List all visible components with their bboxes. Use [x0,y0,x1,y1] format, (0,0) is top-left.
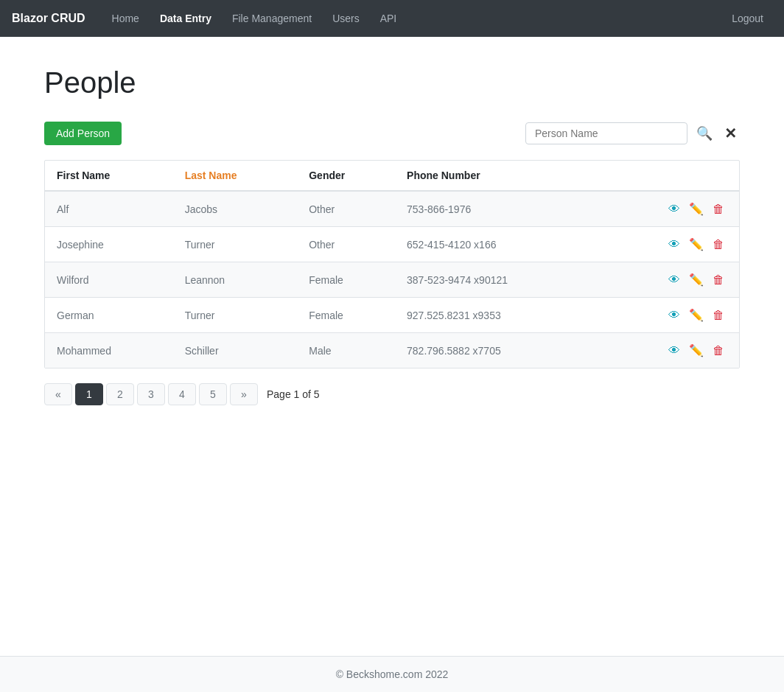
table-row: German Turner Female 927.525.8231 x9353 … [45,298,739,333]
main-content: People Add Person 🔍 ✕ First Name Last Na… [0,37,784,656]
pagination-next[interactable]: » [230,383,258,405]
table-body: Alf Jacobs Other 753-866-1976 👁 ✏️ 🗑 Jos… [45,191,739,368]
cell-last-name: Turner [173,227,298,262]
trash-icon: 🗑 [713,203,724,215]
pencil-icon: ✏️ [689,238,704,251]
table-row: Alf Jacobs Other 753-866-1976 👁 ✏️ 🗑 [45,191,739,227]
people-table-container: First Name Last Name Gender Phone Number… [44,160,740,368]
pagination-prev[interactable]: « [44,383,72,405]
col-phone: Phone Number [395,161,599,191]
nav-data-entry[interactable]: Data Entry [151,7,220,30]
add-person-button[interactable]: Add Person [44,122,122,145]
cell-first-name: Alf [45,191,173,227]
page-info: Page 1 of 5 [267,388,320,400]
view-button[interactable]: 👁 [665,272,683,288]
cell-gender: Female [297,262,395,298]
page-title: People [44,66,740,99]
pagination-page-3[interactable]: 3 [137,383,165,405]
view-button[interactable]: 👁 [665,307,683,324]
table-header-row: First Name Last Name Gender Phone Number [45,161,739,191]
trash-icon: 🗑 [713,309,724,321]
delete-button[interactable]: 🗑 [710,272,727,288]
navbar-end: Logout [723,13,772,24]
trash-icon: 🗑 [713,238,724,251]
table-row: Mohammed Schiller Male 782.796.5882 x770… [45,333,739,368]
cell-actions: 👁 ✏️ 🗑 [599,227,739,262]
cell-last-name: Leannon [173,262,298,298]
pagination-page-4[interactable]: 4 [168,383,196,405]
search-icon: 🔍 [696,126,713,141]
view-button[interactable]: 👁 [665,201,683,217]
eye-icon: 👁 [668,309,680,321]
col-first-name: First Name [45,161,173,191]
cell-phone: 753-866-1976 [395,191,599,227]
cell-actions: 👁 ✏️ 🗑 [599,298,739,333]
brand-link[interactable]: Blazor CRUD [12,12,85,25]
edit-button[interactable]: ✏️ [686,236,707,253]
col-gender: Gender [297,161,395,191]
delete-button[interactable]: 🗑 [710,307,727,324]
col-actions [599,161,739,191]
edit-button[interactable]: ✏️ [686,200,707,217]
eye-icon: 👁 [668,344,680,357]
pencil-icon: ✏️ [689,273,704,286]
cell-first-name: Mohammed [45,333,173,368]
nav-api[interactable]: API [371,7,406,30]
nav-home[interactable]: Home [103,7,148,30]
cell-gender: Other [297,191,395,227]
cell-gender: Female [297,298,395,333]
toolbar: Add Person 🔍 ✕ [44,122,740,145]
search-area: 🔍 ✕ [525,122,740,145]
delete-button[interactable]: 🗑 [710,237,727,253]
trash-icon: 🗑 [713,344,724,357]
logout-link[interactable]: Logout [723,7,772,30]
cell-phone: 927.525.8231 x9353 [395,298,599,333]
delete-button[interactable]: 🗑 [710,343,727,359]
pagination-page-2[interactable]: 2 [106,383,134,405]
cell-phone: 652-415-4120 x166 [395,227,599,262]
cell-first-name: Wilford [45,262,173,298]
eye-icon: 👁 [668,273,680,286]
cell-last-name: Turner [173,298,298,333]
eye-icon: 👁 [668,203,680,215]
pagination-page-5[interactable]: 5 [199,383,227,405]
edit-button[interactable]: ✏️ [686,342,707,359]
close-icon: ✕ [724,125,737,141]
edit-button[interactable]: ✏️ [686,271,707,288]
trash-icon: 🗑 [713,273,724,286]
pagination: « 1 2 3 4 5 » Page 1 of 5 [44,383,740,405]
view-button[interactable]: 👁 [665,343,683,359]
pagination-page-1[interactable]: 1 [75,383,103,405]
search-button[interactable]: 🔍 [693,122,715,144]
people-table: First Name Last Name Gender Phone Number… [45,161,739,368]
col-last-name: Last Name [173,161,298,191]
cell-gender: Other [297,227,395,262]
cell-actions: 👁 ✏️ 🗑 [599,191,739,227]
footer-text: © Beckshome.com 2022 [336,668,449,680]
delete-button[interactable]: 🗑 [710,201,727,217]
cell-actions: 👁 ✏️ 🗑 [599,333,739,368]
navbar: Blazor CRUD Home Data Entry File Managem… [0,0,784,37]
cell-first-name: Josephine [45,227,173,262]
eye-icon: 👁 [668,238,680,251]
table-row: Wilford Leannon Female 387-523-9474 x901… [45,262,739,298]
footer: © Beckshome.com 2022 [0,656,784,692]
cell-first-name: German [45,298,173,333]
pencil-icon: ✏️ [689,203,704,215]
view-button[interactable]: 👁 [665,237,683,253]
cell-actions: 👁 ✏️ 🗑 [599,262,739,298]
nav-file-management[interactable]: File Management [223,7,321,30]
cell-phone: 782.796.5882 x7705 [395,333,599,368]
cell-gender: Male [297,333,395,368]
pencil-icon: ✏️ [689,344,704,357]
pencil-icon: ✏️ [689,309,704,321]
nav-users[interactable]: Users [323,7,368,30]
nav-links: Home Data Entry File Management Users AP… [103,7,724,30]
table-row: Josephine Turner Other 652-415-4120 x166… [45,227,739,262]
search-input[interactable] [525,122,687,144]
cell-last-name: Schiller [173,333,298,368]
edit-button[interactable]: ✏️ [686,307,707,324]
cell-phone: 387-523-9474 x90121 [395,262,599,298]
cell-last-name: Jacobs [173,191,298,227]
clear-search-button[interactable]: ✕ [721,122,740,145]
